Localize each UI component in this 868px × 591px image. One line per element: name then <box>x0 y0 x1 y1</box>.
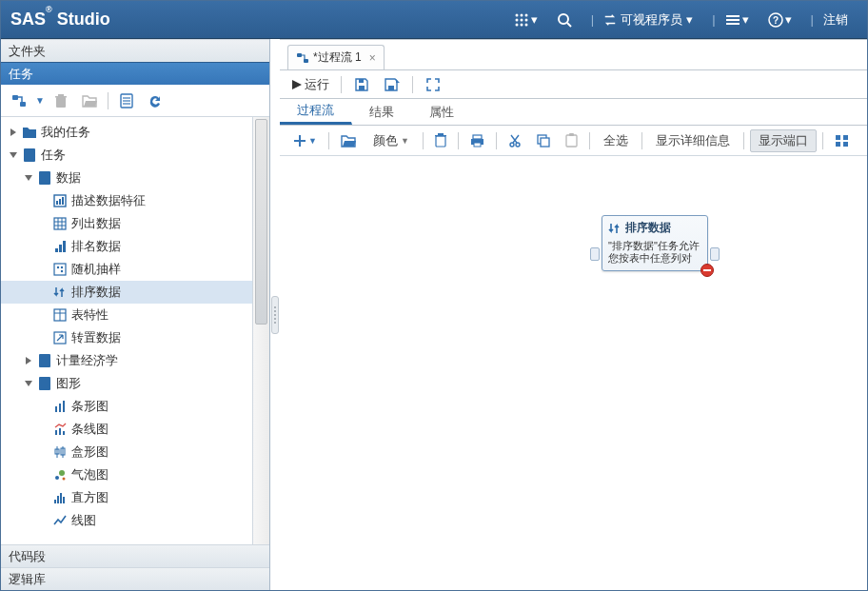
more-menu-icon[interactable]: ▾ <box>702 7 758 33</box>
tree-label: 盒形图 <box>71 443 108 461</box>
tree-label: 计量经济学 <box>56 352 118 369</box>
apps-grid-icon[interactable]: ▾ <box>504 7 547 33</box>
save-button[interactable] <box>349 73 374 96</box>
tree-node-list-data[interactable]: 列出数据 <box>1 212 252 235</box>
show-ports-button[interactable]: 显示端口 <box>750 129 817 152</box>
color-button[interactable]: 颜色▼ <box>365 129 417 152</box>
section-snippets[interactable]: 代码段 <box>1 544 269 567</box>
svg-point-2 <box>524 13 527 16</box>
collapse-icon[interactable] <box>22 174 35 182</box>
section-folders[interactable]: 文件夹 <box>1 39 269 62</box>
svg-point-5 <box>524 18 527 21</box>
tree-scrollbar[interactable] <box>252 117 269 544</box>
tree-label: 描述数据特征 <box>71 192 146 209</box>
paste-button[interactable] <box>560 129 583 152</box>
tree-node-econometrics[interactable]: 计量经济学 <box>1 349 252 372</box>
fullscreen-button[interactable] <box>421 73 445 96</box>
collapse-icon[interactable] <box>7 151 20 159</box>
flow-icon <box>296 51 309 65</box>
scrollbar-thumb[interactable] <box>255 119 267 325</box>
tree-node-bar-chart[interactable]: 条形图 <box>1 395 252 418</box>
collapse-icon[interactable] <box>22 380 35 387</box>
save-as-button[interactable] <box>380 73 404 96</box>
flow-node-input-port[interactable] <box>590 247 600 261</box>
dropdown-caret-icon[interactable]: ▼ <box>35 95 45 106</box>
toolbar-divider <box>589 132 590 149</box>
svg-rect-55 <box>59 404 61 412</box>
layout-arrange-button[interactable] <box>829 129 855 152</box>
svg-rect-71 <box>297 53 302 57</box>
svg-rect-17 <box>20 102 26 107</box>
tree-node-transpose-data[interactable]: 转置数据 <box>1 326 252 349</box>
flow-node-output-port[interactable] <box>710 247 720 261</box>
tree-label: 排序数据 <box>71 284 121 301</box>
section-libraries[interactable]: 逻辑库 <box>1 567 269 590</box>
cut-button[interactable] <box>503 129 527 152</box>
svg-point-85 <box>510 143 514 147</box>
role-switch-button[interactable]: 可视程序员 ▾ <box>582 7 702 33</box>
tree-node-describe-data[interactable]: 描述数据特征 <box>1 189 252 212</box>
svg-point-64 <box>55 476 59 480</box>
flow-node-card[interactable]: 排序数据 "排序数据"任务允许您按表中任意列对 <box>602 215 708 271</box>
refresh-button[interactable] <box>143 89 168 113</box>
select-all-button[interactable]: 全选 <box>596 129 636 152</box>
flow-node-sort-data[interactable]: 排序数据 "排序数据"任务允许您按表中任意列对 <box>602 215 708 271</box>
copy-button[interactable] <box>531 129 556 152</box>
tree-node-data[interactable]: 数据 <box>1 167 252 189</box>
tree-node-table-attributes[interactable]: 表特性 <box>1 304 252 326</box>
tree-node-rank-data[interactable]: 排名数据 <box>1 235 252 258</box>
bar-line-chart-icon <box>52 422 68 437</box>
help-icon[interactable]: ? ▾ <box>759 7 801 33</box>
tree-node-bar-line-chart[interactable]: 条线图 <box>1 418 252 441</box>
editor-tab-flow1[interactable]: *过程流 1 × <box>287 45 385 69</box>
expand-icon[interactable] <box>7 128 20 136</box>
expand-icon[interactable] <box>22 357 35 364</box>
subtab-properties[interactable]: 属性 <box>412 99 472 125</box>
open-button[interactable] <box>335 129 362 152</box>
svg-rect-11 <box>726 15 740 17</box>
process-flow-canvas[interactable]: 排序数据 "排序数据"任务允许您按表中任意列对 <box>280 156 867 590</box>
tree-node-random-sample[interactable]: 随机抽样 <box>1 258 252 281</box>
svg-marker-26 <box>10 152 17 158</box>
section-tasks[interactable]: 任务 <box>1 62 269 85</box>
print-button[interactable] <box>464 129 490 152</box>
svg-point-86 <box>516 143 520 147</box>
tree-node-histogram[interactable]: 直方图 <box>1 486 252 509</box>
subtab-results[interactable]: 结果 <box>352 99 412 125</box>
run-button[interactable]: 运行 <box>287 74 333 95</box>
add-node-button[interactable]: ▼ <box>287 129 323 152</box>
tree-node-box-plot[interactable]: 盒形图 <box>1 441 252 463</box>
bubble-chart-icon <box>52 467 68 483</box>
new-task-flow-button[interactable] <box>7 89 31 113</box>
delete-node-button[interactable] <box>429 129 452 152</box>
close-tab-icon[interactable]: × <box>369 51 376 65</box>
show-ports-label: 显示端口 <box>759 132 808 149</box>
tree-node-graphics[interactable]: 图形 <box>1 372 252 395</box>
app-name-pre: SAS <box>10 10 46 29</box>
show-details-button[interactable]: 显示详细信息 <box>648 129 738 152</box>
svg-point-6 <box>515 23 518 26</box>
tree-node-bubble-chart[interactable]: 气泡图 <box>1 463 252 486</box>
subtab-flow[interactable]: 过程流 <box>280 99 352 125</box>
svg-rect-93 <box>836 142 840 147</box>
delete-task-button[interactable] <box>49 89 73 113</box>
show-details-label: 显示详细信息 <box>656 132 730 149</box>
tree-node-tasks[interactable]: 任务 <box>1 144 252 167</box>
properties-button[interactable] <box>114 89 139 113</box>
sign-out-button[interactable]: 注销 <box>801 7 858 33</box>
svg-rect-39 <box>55 248 58 252</box>
flow-node-title: 排序数据 <box>625 220 671 236</box>
tree-node-my-tasks[interactable]: 我的任务 <box>1 121 252 144</box>
top-app-bar: SAS® Studio ▾ 可视程序员 ▾ ▾ ? ▾ 注销 <box>1 1 867 39</box>
tree-node-line-chart[interactable]: 线图 <box>1 509 252 532</box>
sign-out-label: 注销 <box>823 11 848 29</box>
split-drag-handle[interactable] <box>271 296 279 334</box>
svg-rect-58 <box>59 428 61 435</box>
open-task-button[interactable] <box>77 89 102 113</box>
tree-label: 排名数据 <box>71 238 121 255</box>
tree-label: 直方图 <box>71 489 108 506</box>
search-icon[interactable] <box>547 7 582 33</box>
svg-rect-31 <box>56 201 58 205</box>
toolbar-divider <box>743 132 744 149</box>
tree-node-sort-data[interactable]: 排序数据 <box>1 281 252 304</box>
